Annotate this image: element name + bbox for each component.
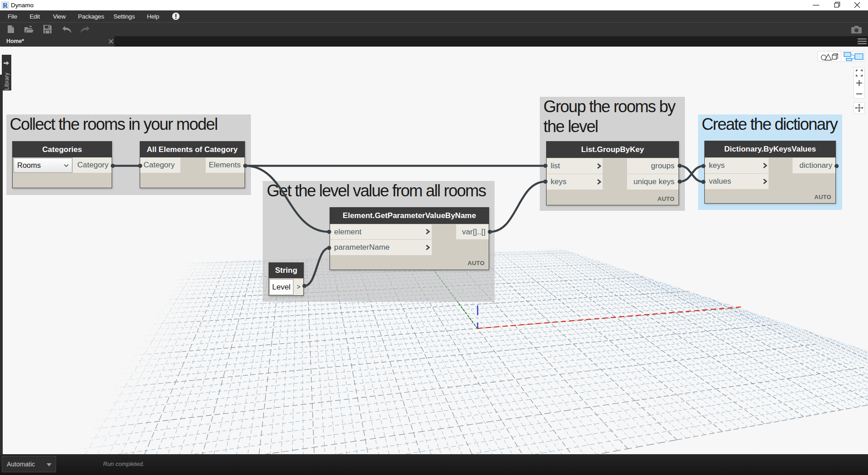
svg-text:Library: Library — [3, 72, 9, 90]
svg-text:R: R — [3, 2, 8, 9]
